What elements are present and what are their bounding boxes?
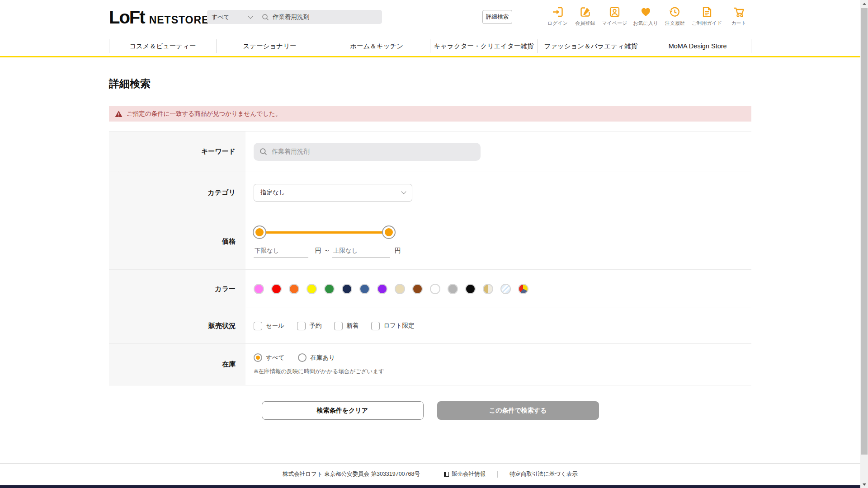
header-search-input[interactable] xyxy=(273,14,372,20)
color-swatch-blue[interactable] xyxy=(359,284,370,294)
color-swatch-purple[interactable] xyxy=(377,284,387,294)
price-inputs: 円 ～ 円 xyxy=(254,247,751,258)
favorites-link[interactable]: お気に入り xyxy=(633,6,658,27)
search-icon xyxy=(262,14,269,21)
checkbox-icon xyxy=(297,322,306,330)
nav-item-fashion-variety[interactable]: ファッション＆バラエティ雑貨 xyxy=(537,39,644,53)
search-with-conditions-button[interactable]: この条件で検索する xyxy=(437,401,599,420)
header: LoFt NETSTORE すべて 詳細検索 xyxy=(0,0,860,36)
vertical-scrollbar[interactable] xyxy=(860,0,868,488)
stock-options: すべて 在庫あり xyxy=(254,353,751,362)
clear-conditions-button[interactable]: 検索条件をクリア xyxy=(262,401,424,420)
checkbox-label: 新着 xyxy=(346,322,359,330)
login-icon xyxy=(552,6,564,18)
cart-link[interactable]: カート xyxy=(728,6,750,27)
radio-label: すべて xyxy=(266,354,284,362)
color-swatch-orange[interactable] xyxy=(289,284,299,294)
order-history-link[interactable]: 注文履歴 xyxy=(664,6,686,27)
no-results-alert: ご指定の条件に一致する商品が見つかりませんでした。 xyxy=(109,106,751,122)
window-bottom-strip xyxy=(0,485,860,488)
header-search-field xyxy=(257,10,382,24)
price-range-slider xyxy=(254,226,395,239)
header-search-bar: すべて 詳細検索 xyxy=(207,10,382,24)
history-icon xyxy=(669,6,681,18)
color-swatch-green[interactable] xyxy=(324,284,335,294)
mypage-link[interactable]: マイページ xyxy=(602,6,627,27)
form-row-keyword: キーワード xyxy=(109,131,751,172)
warning-icon xyxy=(115,110,123,117)
checkbox-loft-exclusive[interactable]: ロフト限定 xyxy=(371,322,414,330)
checkbox-new-arrival[interactable]: 新着 xyxy=(334,322,359,330)
nav-item-cosme-beauty[interactable]: コスメ＆ビューティー xyxy=(109,39,216,53)
nav-item-stationery[interactable]: ステーショナリー xyxy=(216,39,323,53)
keyword-field xyxy=(254,143,481,161)
main-content: 詳細検索 ご指定の条件に一致する商品が見つかりませんでした。 キーワード xyxy=(109,77,751,420)
scrollbar-thumb[interactable] xyxy=(861,8,868,455)
slider-handle-min[interactable] xyxy=(254,226,265,238)
keyword-label: キーワード xyxy=(109,131,245,172)
footer-divider xyxy=(432,471,432,478)
legal-notice-link[interactable]: 特定商取引法に基づく表示 xyxy=(509,470,578,478)
color-swatch-navy[interactable] xyxy=(342,284,352,294)
stock-note: ※在庫情報の反映に時間がかかる場合がございます xyxy=(254,368,751,375)
nav-item-moma-design-store[interactable]: MoMA Design Store xyxy=(644,39,751,53)
checkbox-sale[interactable]: セール xyxy=(254,322,284,330)
mypage-icon xyxy=(609,6,621,18)
nav-item-character-creator[interactable]: キャラクター・クリエイター雑貨 xyxy=(430,39,537,53)
price-unit-label: 円 xyxy=(395,247,401,255)
price-min-input[interactable] xyxy=(254,247,308,258)
color-swatch-red[interactable] xyxy=(271,284,282,294)
advanced-search-button[interactable]: 詳細検索 xyxy=(482,10,512,24)
color-swatch-yellow[interactable] xyxy=(307,284,317,294)
slider-track xyxy=(259,231,389,234)
checkbox-icon xyxy=(371,322,380,330)
checkbox-label: セール xyxy=(266,322,284,330)
stock-label: 在庫 xyxy=(109,344,245,385)
color-swatches xyxy=(254,284,751,294)
color-swatch-black[interactable] xyxy=(465,284,476,294)
company-info-icon xyxy=(444,472,449,477)
color-swatch-gray[interactable] xyxy=(448,284,458,294)
header-quick-links: ログイン 会員登録 マイページ お気に入り xyxy=(547,6,750,27)
logo-netstore-text: NETSTORE xyxy=(149,14,209,26)
search-icon xyxy=(259,148,267,155)
category-select[interactable]: 指定なし xyxy=(254,184,412,202)
color-swatch-multicolor[interactable] xyxy=(518,284,528,294)
scrollbar-up-arrow[interactable] xyxy=(860,0,868,7)
company-info-label: 販売会社情報 xyxy=(452,470,486,478)
radio-all[interactable]: すべて xyxy=(254,353,284,362)
chevron-down-icon xyxy=(401,189,406,194)
color-label: カラー xyxy=(109,270,245,308)
advanced-search-form: キーワード カテゴリ 指定なし xyxy=(109,131,751,385)
quick-link-label: ログイン xyxy=(547,20,568,27)
color-swatch-pink[interactable] xyxy=(254,284,264,294)
page-title: 詳細検索 xyxy=(109,77,751,90)
logo-loft-text: LoFt xyxy=(109,8,145,26)
color-swatch-beige[interactable] xyxy=(395,284,405,294)
sales-status-options: セール 予約 新着 ロ xyxy=(254,322,751,330)
price-max-input[interactable] xyxy=(332,247,390,258)
company-info-link[interactable]: 販売会社情報 xyxy=(444,470,486,478)
keyword-input[interactable] xyxy=(272,148,471,155)
form-row-stock: 在庫 すべて 在庫あり ※在庫情報の反映に時間がか xyxy=(109,343,751,385)
nav-item-home-kitchen[interactable]: ホーム＆キッチン xyxy=(323,39,430,53)
search-category-dropdown[interactable]: すべて xyxy=(207,10,257,24)
color-swatch-brown[interactable] xyxy=(412,284,423,294)
checkbox-preorder[interactable]: 予約 xyxy=(297,322,321,330)
register-link[interactable]: 会員登録 xyxy=(574,6,596,27)
checkbox-icon xyxy=(334,322,343,330)
color-swatch-gold[interactable] xyxy=(483,284,493,294)
category-selected-value: 指定なし xyxy=(260,188,285,197)
chevron-down-icon xyxy=(248,14,253,19)
loft-netstore-logo[interactable]: LoFt NETSTORE xyxy=(109,8,209,26)
login-link[interactable]: ログイン xyxy=(547,6,568,27)
scrollbar-down-arrow[interactable] xyxy=(860,481,868,488)
price-unit-label: 円 xyxy=(315,247,321,255)
guide-link[interactable]: ご利用ガイド xyxy=(692,6,722,27)
slider-handle-max[interactable] xyxy=(383,226,395,238)
color-swatch-white[interactable] xyxy=(430,284,440,294)
color-swatch-clear[interactable] xyxy=(500,284,511,294)
form-actions: 検索条件をクリア この条件で検索する xyxy=(109,401,751,420)
radio-in-stock[interactable]: 在庫あり xyxy=(298,353,335,362)
guide-icon xyxy=(701,6,713,18)
